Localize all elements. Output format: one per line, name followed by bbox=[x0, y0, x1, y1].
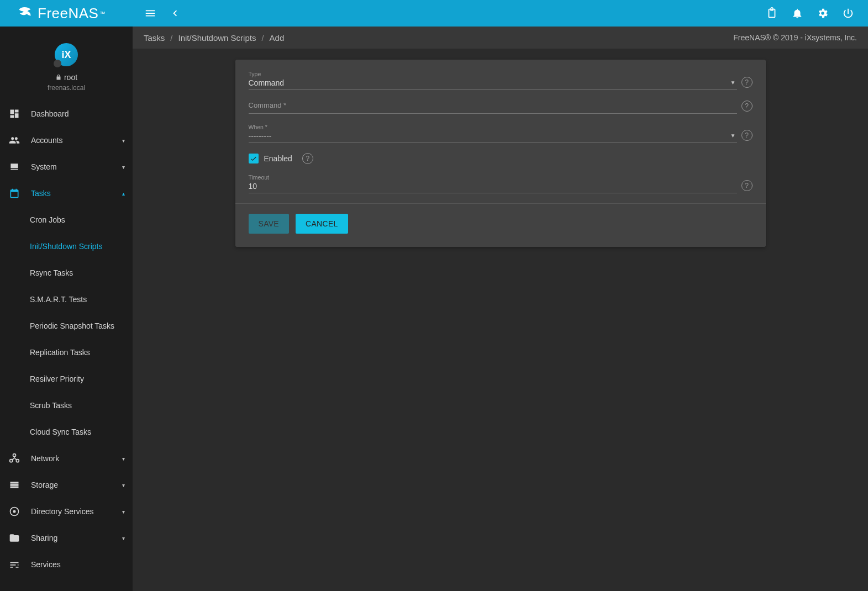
copyright: FreeNAS® © 2019 - iXsystems, Inc. bbox=[733, 33, 857, 42]
sidebar-item-label: Tasks bbox=[31, 189, 51, 198]
sidebar-item-network[interactable]: Network ▾ bbox=[0, 445, 133, 472]
services-icon bbox=[8, 559, 21, 570]
lock-icon bbox=[55, 74, 62, 81]
svg-point-1 bbox=[13, 510, 16, 513]
enabled-label: Enabled bbox=[264, 154, 292, 163]
power-button[interactable] bbox=[838, 3, 858, 23]
sidebar: iX root freenas.local Dashboard Accounts… bbox=[0, 27, 133, 591]
dirsvc-icon bbox=[8, 506, 21, 517]
sidebar-item-label: Storage bbox=[31, 481, 58, 489]
nav-sub-rsync[interactable]: Rsync Tasks bbox=[0, 260, 133, 286]
help-icon[interactable]: ? bbox=[302, 153, 313, 164]
field-command: Command * ? bbox=[249, 100, 753, 114]
sidebar-username: root bbox=[55, 73, 77, 82]
sidebar-item-label: Dashboard bbox=[31, 109, 69, 118]
nav-sub-init-shutdown[interactable]: Init/Shutdown Scripts bbox=[0, 233, 133, 260]
sidebar-item-label: System bbox=[31, 162, 57, 171]
storage-icon bbox=[8, 479, 21, 490]
form-card: Type Command ▼ ? Command * ? When * ----… bbox=[235, 60, 766, 247]
accounts-icon bbox=[8, 135, 21, 146]
brand-shark-icon bbox=[17, 6, 33, 21]
help-icon[interactable]: ? bbox=[741, 101, 753, 112]
sidebar-item-directory-services[interactable]: Directory Services ▾ bbox=[0, 498, 133, 525]
crumb-init-shutdown[interactable]: Init/Shutdown Scripts bbox=[178, 33, 256, 43]
bell-icon bbox=[791, 7, 803, 19]
chevron-down-icon: ▾ bbox=[122, 164, 125, 170]
power-icon bbox=[842, 7, 854, 19]
sidebar-item-storage[interactable]: Storage ▾ bbox=[0, 472, 133, 498]
type-select[interactable]: Command bbox=[249, 71, 737, 90]
network-icon bbox=[8, 453, 21, 464]
nav-sub-scrub[interactable]: Scrub Tasks bbox=[0, 392, 133, 419]
avatar: iX bbox=[55, 43, 78, 66]
sidebar-item-system[interactable]: System ▾ bbox=[0, 154, 133, 180]
field-label: Command * bbox=[249, 101, 287, 109]
tasks-icon bbox=[8, 188, 21, 199]
sidebar-hostname: freenas.local bbox=[48, 84, 85, 92]
when-select[interactable]: --------- bbox=[249, 124, 737, 143]
breadcrumb: Tasks / Init/Shutdown Scripts / Add Free… bbox=[133, 27, 868, 49]
nav-sub-smart[interactable]: S.M.A.R.T. Tests bbox=[0, 286, 133, 313]
gear-icon bbox=[817, 7, 829, 19]
chevron-down-icon: ▾ bbox=[122, 456, 125, 462]
field-when: When * --------- ▼ ? bbox=[249, 124, 753, 143]
sidebar-item-tasks[interactable]: Tasks ▴ bbox=[0, 180, 133, 207]
field-type: Type Command ▼ ? bbox=[249, 71, 753, 90]
help-icon[interactable]: ? bbox=[741, 180, 753, 191]
field-label: When * bbox=[249, 124, 267, 130]
crumb-add[interactable]: Add bbox=[270, 33, 285, 43]
chevron-down-icon: ▾ bbox=[122, 509, 125, 515]
help-icon[interactable]: ? bbox=[741, 77, 753, 88]
clipboard-icon bbox=[766, 7, 778, 19]
cancel-button[interactable]: Cancel bbox=[296, 214, 348, 234]
brand-text: FreeNAS bbox=[38, 5, 98, 22]
chevron-left-icon bbox=[169, 7, 181, 19]
sidebar-item-services[interactable]: Services bbox=[0, 551, 133, 578]
nav-sub-snapshot[interactable]: Periodic Snapshot Tasks bbox=[0, 313, 133, 339]
timeout-input[interactable] bbox=[249, 174, 737, 193]
hamburger-icon bbox=[144, 7, 156, 19]
sidebar-item-dashboard[interactable]: Dashboard bbox=[0, 101, 133, 127]
brand-logo: FreeNAS™ bbox=[0, 0, 133, 27]
command-input[interactable] bbox=[249, 100, 737, 114]
sidebar-item-label: Services bbox=[31, 560, 61, 569]
nav-sub-resilver[interactable]: Resilver Priority bbox=[0, 366, 133, 392]
topbar-right-actions bbox=[762, 3, 868, 23]
menu-toggle-button[interactable] bbox=[140, 3, 160, 23]
nav-sub-cron-jobs[interactable]: Cron Jobs bbox=[0, 207, 133, 233]
system-icon bbox=[8, 161, 21, 172]
main-content: Tasks / Init/Shutdown Scripts / Add Free… bbox=[133, 27, 868, 591]
sidebar-profile: iX root freenas.local bbox=[0, 27, 133, 101]
sidebar-item-label: Sharing bbox=[31, 534, 57, 542]
chevron-down-icon: ▾ bbox=[122, 535, 125, 541]
field-timeout: Timeout ? bbox=[249, 174, 753, 193]
form-actions: Save Cancel bbox=[235, 203, 766, 234]
nav-sub-replication[interactable]: Replication Tasks bbox=[0, 339, 133, 366]
alerts-button[interactable] bbox=[787, 3, 807, 23]
help-icon[interactable]: ? bbox=[741, 130, 753, 141]
save-button[interactable]: Save bbox=[249, 214, 290, 234]
chevron-up-icon: ▴ bbox=[122, 191, 125, 197]
sharing-icon bbox=[8, 532, 21, 543]
field-enabled: Enabled ? bbox=[249, 153, 753, 164]
tasks-button[interactable] bbox=[762, 3, 782, 23]
check-icon bbox=[250, 155, 257, 162]
sidebar-item-sharing[interactable]: Sharing ▾ bbox=[0, 525, 133, 551]
sidebar-item-label: Directory Services bbox=[31, 507, 94, 516]
topbar-left-actions bbox=[133, 3, 185, 23]
field-label: Type bbox=[249, 71, 261, 77]
field-label: Timeout bbox=[249, 174, 270, 181]
crumb-tasks[interactable]: Tasks bbox=[144, 33, 165, 43]
chevron-down-icon: ▾ bbox=[122, 138, 125, 144]
dashboard-icon bbox=[8, 108, 21, 119]
nav-sub-cloudsync[interactable]: Cloud Sync Tasks bbox=[0, 419, 133, 445]
enabled-checkbox[interactable] bbox=[249, 154, 259, 163]
sidebar-item-accounts[interactable]: Accounts ▾ bbox=[0, 127, 133, 154]
topbar: FreeNAS™ bbox=[0, 0, 868, 27]
settings-button[interactable] bbox=[813, 3, 833, 23]
chevron-down-icon: ▾ bbox=[122, 482, 125, 488]
sidebar-item-label: Network bbox=[31, 454, 59, 463]
sidebar-item-label: Accounts bbox=[31, 136, 63, 145]
back-button[interactable] bbox=[165, 3, 185, 23]
